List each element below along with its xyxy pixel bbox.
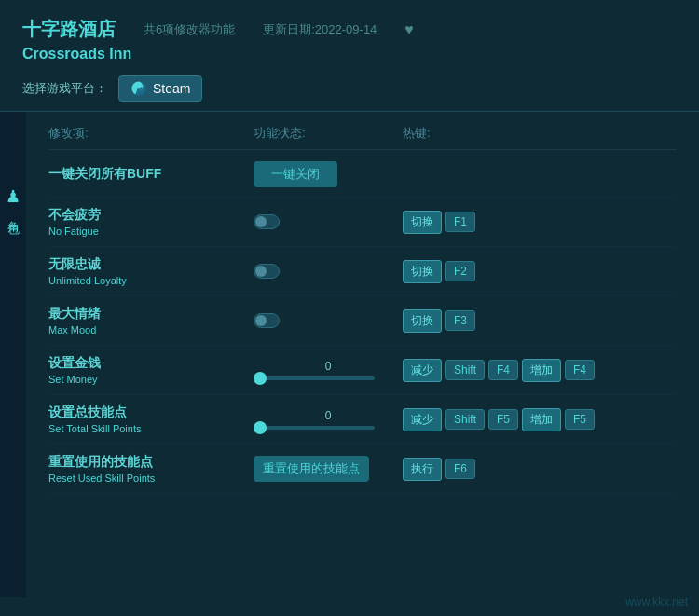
hotkey-badge-f3: F3 [445,310,475,331]
meta-count: 共6项修改器功能 [144,21,235,38]
mod-name-en: Unlimited Loyalty [48,275,254,286]
money-slider[interactable] [254,376,375,380]
one-key-close-button[interactable]: 一键关闭 [254,161,337,187]
hotkey-badge-f5b: F5 [565,409,595,430]
reset-skill-points-button[interactable]: 重置使用的技能点 [254,456,369,482]
hotkey-badge-shift: Shift [445,360,485,380]
hotkey-group: 减少 Shift F5 增加 F5 [403,408,677,431]
mod-name: 重置使用的技能点 Reset Used Skill Points [48,454,254,484]
slider-container: 0 [254,360,403,380]
toggle-switch[interactable] [254,214,280,229]
mod-name-zh: 无限忠诚 [48,256,254,273]
table-row: 不会疲劳 No Fatigue 切换 F1 [48,198,677,247]
game-title-en: Crossroads Inn [22,46,677,62]
sidebar-label: 角色 [5,211,21,214]
hotkey-badge-increase: 增加 [522,359,561,382]
hotkey-badge-f4a: F4 [488,360,518,380]
header-meta: 共6项修改器功能 更新日期:2022-09-14 ♥ [144,21,414,38]
hotkey-badge-shift: Shift [445,409,485,430]
hotkey-badge-decrease: 减少 [403,408,442,431]
hotkey-badge-increase: 增加 [522,408,561,431]
mod-name-en: No Fatigue [48,226,254,237]
meta-date: 更新日期:2022-09-14 [263,21,377,38]
header: 十字路酒店 共6项修改器功能 更新日期:2022-09-14 ♥ Crossro… [0,0,699,112]
toggle-container [254,313,403,328]
hotkey-group: 切换 F3 [403,309,677,333]
mod-name: 不会疲劳 No Fatigue [48,207,254,237]
game-title-zh: 十字路酒店 [22,17,116,42]
mod-name-zh: 一键关闭所有BUFF [48,166,254,183]
platform-label: 选择游戏平台： [22,80,107,97]
table-row: 无限忠诚 Unlimited Loyalty 切换 F2 [48,247,677,296]
toggle-switch[interactable] [254,313,280,328]
hotkey-badge-f5a: F5 [488,409,518,430]
mod-name-en: Set Total Skill Points [48,423,254,434]
content-area: 修改项: 功能状态: 热键: 一键关闭所有BUFF 一键关闭 不会疲劳 No F… [26,112,699,597]
table-row: 一键关闭所有BUFF 一键关闭 [48,150,677,198]
mod-name: 设置金钱 Set Money [48,355,254,385]
hotkey-group: 切换 F1 [403,211,677,234]
hotkey-badge-f1: F1 [445,212,475,232]
toggle-container [254,214,403,229]
mod-name: 设置总技能点 Set Total Skill Points [48,404,254,434]
steam-button-label: Steam [153,81,190,96]
character-icon: ♟ [6,186,21,207]
col-mod: 修改项: [48,125,254,142]
steam-platform-button[interactable]: Steam [118,75,202,102]
hotkey-badge-decrease: 减少 [403,359,442,382]
slider-container: 0 [254,409,403,430]
mod-name: 最大情绪 Max Mood [48,306,254,335]
steam-logo-icon [130,80,147,97]
table-row: 设置总技能点 Set Total Skill Points 0 减少 Shift… [48,395,677,445]
slider-value: 0 [254,360,403,373]
column-headers: 修改项: 功能状态: 热键: [48,112,677,150]
skill-points-slider[interactable] [254,426,375,430]
toggle-btn-container: 一键关闭 [254,161,403,187]
slider-value: 0 [254,409,403,422]
hotkey-badge-f6: F6 [445,459,475,479]
sidebar: ♟ 角色 [0,112,26,597]
hotkey-badge-execute: 执行 [403,458,442,481]
watermark: www.kkx.net [625,595,688,609]
hotkey-group: 切换 F2 [403,260,677,283]
heart-icon[interactable]: ♥ [404,21,414,38]
hotkey-badge-action: 切换 [403,211,442,234]
hotkey-badge-action: 切换 [403,309,442,333]
hotkey-badge-f4b: F4 [565,360,595,380]
mod-name-zh: 不会疲劳 [48,207,254,224]
table-row: 最大情绪 Max Mood 切换 F3 [48,296,677,346]
hotkey-group: 执行 F6 [403,458,677,481]
reset-btn-container: 重置使用的技能点 [254,456,403,482]
table-row: 设置金钱 Set Money 0 减少 Shift F4 增加 F4 [48,346,677,395]
mod-name-zh: 设置金钱 [48,355,254,372]
main-content: ♟ 角色 修改项: 功能状态: 热键: 一键关闭所有BUFF 一键关闭 不会疲劳… [0,112,699,597]
mod-name: 无限忠诚 Unlimited Loyalty [48,256,254,286]
toggle-container [254,264,403,279]
mod-name-en: Reset Used Skill Points [48,472,254,484]
hotkey-group: 减少 Shift F4 增加 F4 [403,359,677,382]
hotkey-badge-action: 切换 [403,260,442,283]
mod-name-zh: 重置使用的技能点 [48,454,254,471]
col-hotkey: 热键: [403,125,677,142]
mod-name-en: Max Mood [48,324,254,335]
mod-name-zh: 设置总技能点 [48,404,254,421]
table-row: 重置使用的技能点 Reset Used Skill Points 重置使用的技能… [48,445,677,494]
mod-name-en: Set Money [48,374,254,385]
toggle-switch[interactable] [254,264,280,279]
mod-name-zh: 最大情绪 [48,306,254,322]
hotkey-badge-f2: F2 [445,261,475,281]
col-status: 功能状态: [254,125,403,142]
